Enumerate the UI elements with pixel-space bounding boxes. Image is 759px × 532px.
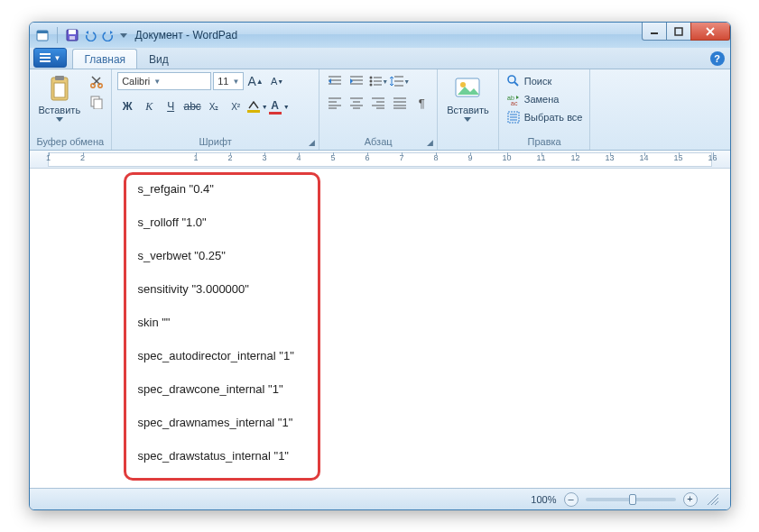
font-name-combo[interactable]: Calibri▼	[117, 72, 211, 90]
maximize-button[interactable]	[666, 23, 691, 41]
redo-icon[interactable]	[101, 28, 116, 42]
undo-icon[interactable]	[83, 28, 97, 42]
paragraph-marks-button[interactable]: ¶	[412, 94, 431, 112]
svg-rect-6	[675, 28, 682, 35]
replace-label: Замена	[524, 94, 560, 105]
superscript-button[interactable]: X²	[226, 97, 245, 115]
ruler[interactable]: 121234567891011121314151617	[30, 151, 730, 169]
cut-icon[interactable]	[88, 72, 106, 90]
group-label-clipboard: Буфер обмена	[35, 134, 106, 150]
document-area[interactable]: s_refgain "0.4"s_rolloff "1.0"s_verbwet …	[30, 169, 730, 488]
align-left-button[interactable]	[325, 94, 345, 112]
shrink-font-button[interactable]: A▼	[267, 72, 287, 90]
group-editing: Поиск abac Замена Выбрать все Правка	[499, 69, 591, 150]
insert-button[interactable]: Вставить	[443, 72, 493, 124]
zoom-percent[interactable]: 100%	[531, 494, 556, 505]
zoom-slider-thumb[interactable]	[629, 494, 636, 505]
file-menu-button[interactable]: ▼	[33, 48, 68, 68]
chevron-down-icon: ▼	[283, 104, 290, 110]
zoom-in-button[interactable]: +	[683, 492, 698, 507]
replace-icon: abac	[506, 92, 521, 106]
bold-button[interactable]: Ж	[117, 97, 137, 115]
font-name-value: Calibri	[122, 76, 150, 87]
strike-button[interactable]: abc	[182, 97, 202, 115]
ruler-tick: 1	[46, 153, 51, 162]
group-label-insert	[443, 134, 493, 150]
ruler-tick: 9	[468, 153, 473, 162]
group-font: Calibri▼ 11▼ A▲ A▼ Ж К Ч abc X₂ X² ▼ A▼ …	[112, 69, 319, 150]
zoom-out-button[interactable]: –	[564, 492, 579, 507]
ruler-tick: 2	[80, 153, 85, 162]
paste-label: Вставить	[39, 105, 81, 115]
document-line[interactable]: spec_drawcone_internal "1"	[138, 383, 294, 395]
document-line[interactable]: spec_drawnames_internal "1"	[138, 417, 294, 428]
ruler-tick: 7	[400, 153, 404, 162]
quick-access-toolbar	[35, 27, 128, 43]
decrease-indent-button[interactable]	[325, 72, 345, 90]
help-icon[interactable]: ?	[710, 51, 725, 66]
bullets-button[interactable]: ▼	[368, 72, 388, 90]
ruler-track: 121234567891011121314151617	[48, 152, 712, 167]
font-size-combo[interactable]: 11▼	[213, 72, 244, 90]
select-all-icon	[506, 110, 521, 124]
align-justify-button[interactable]	[390, 94, 410, 112]
group-paragraph: ▼ ▼ ¶ Абзац ◢	[319, 69, 438, 150]
ruler-tick: 13	[606, 153, 615, 162]
window-buttons	[643, 23, 730, 41]
replace-button[interactable]: abac Замена	[504, 90, 561, 108]
document-line[interactable]: spec_autodirector_internal "1"	[138, 350, 294, 362]
dialog-launcher-icon[interactable]: ◢	[424, 137, 435, 148]
paste-button[interactable]: Вставить	[35, 72, 85, 124]
document-line[interactable]: spec_drawstatus_internal "1"	[138, 450, 294, 462]
close-button[interactable]	[690, 23, 730, 41]
ruler-tick: 6	[366, 153, 370, 162]
status-bar: 100% – +	[30, 488, 730, 509]
zoom-slider[interactable]	[586, 498, 676, 501]
font-color-button[interactable]: A▼	[269, 97, 289, 115]
document-line[interactable]: s_verbwet "0.25"	[138, 250, 294, 261]
svg-rect-15	[94, 99, 102, 109]
align-right-button[interactable]	[368, 94, 388, 112]
clipboard-icon	[45, 74, 74, 103]
increase-indent-button[interactable]	[347, 72, 366, 90]
title-bar: Документ - WordPad	[30, 23, 730, 48]
minimize-button[interactable]	[642, 23, 667, 41]
highlight-color-button[interactable]: ▼	[247, 97, 267, 115]
qat-dropdown-icon[interactable]	[119, 28, 128, 42]
line-spacing-button[interactable]: ▼	[390, 72, 410, 90]
dialog-launcher-icon[interactable]: ◢	[306, 137, 317, 148]
tab-view[interactable]: Вид	[137, 49, 180, 69]
save-icon[interactable]	[65, 28, 79, 42]
document-line[interactable]: s_refgain "0.4"	[138, 183, 294, 195]
document-line[interactable]: sensitivity "3.000000"	[138, 283, 294, 295]
find-button[interactable]: Поиск	[504, 72, 553, 90]
chevron-down-icon	[56, 117, 63, 122]
status-resize-grip-icon[interactable]	[705, 491, 721, 508]
window-title: Документ - WordPad	[135, 29, 238, 41]
align-center-button[interactable]	[347, 94, 366, 112]
select-all-button[interactable]: Выбрать все	[504, 108, 585, 126]
svg-rect-4	[69, 36, 75, 40]
ruler-tick: 8	[434, 153, 439, 162]
ruler-tick: 2	[228, 153, 233, 162]
app-icon	[35, 28, 50, 42]
grow-font-button[interactable]: A▲	[245, 72, 265, 90]
copy-icon[interactable]	[88, 93, 106, 111]
document-content[interactable]: s_refgain "0.4"s_rolloff "1.0"s_verbwet …	[138, 183, 294, 483]
chevron-down-icon: ▼	[153, 78, 161, 86]
find-label: Поиск	[524, 76, 551, 87]
ruler-tick: 5	[331, 153, 336, 162]
chevron-down-icon: ▼	[262, 104, 268, 110]
tab-home[interactable]: Главная	[72, 49, 137, 69]
document-line[interactable]: s_rolloff "1.0"	[138, 216, 294, 228]
italic-button[interactable]: К	[139, 97, 159, 115]
document-line[interactable]: skin ""	[138, 316, 294, 328]
ruler-tick: 1	[194, 153, 199, 162]
underline-button[interactable]: Ч	[161, 97, 180, 115]
svg-rect-10	[55, 76, 64, 80]
group-clipboard: Вставить Буфер обмена	[30, 69, 113, 150]
subscript-button[interactable]: X₂	[204, 97, 224, 115]
ruler-tick: 16	[708, 153, 717, 162]
group-insert: Вставить	[438, 69, 499, 150]
ruler-tick: 4	[297, 153, 301, 162]
